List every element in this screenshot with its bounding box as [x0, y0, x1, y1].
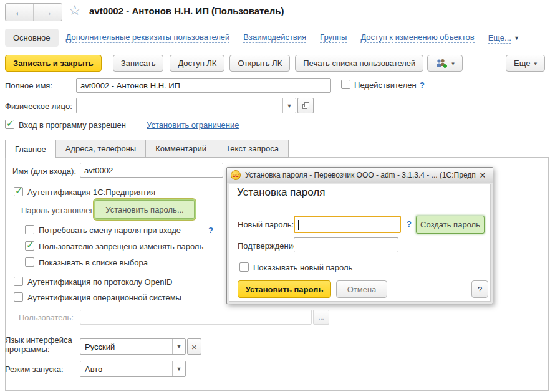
open-in-window-icon — [302, 102, 310, 110]
set-password-button[interactable]: Установить пароль... — [95, 200, 195, 219]
show-in-choice-list-label: Показывать в списке выбора — [39, 258, 148, 267]
dialog-help-button[interactable]: ? — [471, 280, 488, 298]
chevron-down-icon: ▼ — [514, 35, 519, 41]
nav-item-groups[interactable]: Группы — [320, 32, 347, 43]
more-label: Еще — [514, 59, 530, 68]
show-new-password-checkbox[interactable] — [239, 262, 249, 272]
openid-auth-label: Аутентификация по протоколу OpenID — [27, 277, 172, 287]
full-name-label: Полное имя: — [5, 81, 52, 90]
check-icon: ✓ — [15, 185, 23, 196]
dropdown-arrow-icon[interactable]: ▼ — [172, 361, 185, 376]
confirm-set-password-button[interactable]: Установить пароль — [238, 280, 331, 298]
person-label: Физическое лицо: — [5, 102, 72, 111]
language-combo[interactable]: Русский ▼ — [80, 338, 186, 355]
dialog-heading: Установка пароля — [237, 186, 325, 199]
toolbar: Записать и закрыть Записать Доступ ЛК От… — [5, 55, 545, 72]
open-person-button[interactable] — [297, 98, 314, 113]
dropdown-arrow-icon[interactable]: ▼ — [282, 98, 296, 113]
require-password-change-label: Потребовать смену пароля при входе — [39, 226, 181, 235]
os-auth-checkbox[interactable] — [14, 292, 23, 302]
print-user-list-button[interactable]: Печать списка пользователей — [295, 55, 423, 72]
new-password-help-icon[interactable]: ? — [407, 219, 412, 229]
tab-bar: Главное Адреса, телефоны Комментарий Тек… — [5, 140, 289, 158]
person-combo[interactable]: ▼ — [76, 98, 296, 113]
check-icon: ✓ — [6, 118, 14, 129]
run-mode-value: Авто — [80, 365, 172, 374]
cancel-button[interactable]: Отмена — [336, 280, 387, 298]
language-label-line2: программы: — [5, 345, 50, 354]
auth-1c-checkbox[interactable]: ✓ — [14, 187, 23, 196]
os-auth-label: Аутентификация операционной системы — [27, 293, 181, 302]
set-restriction-link[interactable]: Установить ограничение — [147, 120, 239, 130]
tab-addresses[interactable]: Адреса, телефоны — [56, 140, 147, 158]
require-password-change-checkbox[interactable] — [25, 225, 34, 234]
run-mode-combo[interactable]: Авто ▼ — [80, 361, 186, 377]
require-change-help-icon[interactable]: ? — [208, 226, 213, 235]
dialog-titlebar[interactable]: 1С Установка пароля - Перевозчик ООО - a… — [227, 168, 493, 183]
favorite-star-icon[interactable]: ☆ — [69, 2, 81, 19]
close-icon[interactable]: ✕ — [476, 169, 489, 181]
forbid-password-change-label: Пользователю запрещено изменять пароль — [39, 242, 203, 251]
invalid-label: Недействителен — [354, 80, 417, 90]
section-nav: Основное Дополнительные реквизиты пользо… — [5, 29, 519, 47]
chevron-down-icon: ▾ — [534, 60, 537, 67]
check-icon: ✓ — [26, 239, 34, 251]
show-new-password-label: Показывать новый пароль — [253, 263, 352, 272]
confirm-password-input[interactable] — [294, 237, 398, 252]
tab-request-text[interactable]: Текст запроса — [216, 140, 289, 158]
language-label-line1: Язык интерфейса — [5, 335, 72, 345]
open-lk-button[interactable]: Открыть ЛК — [229, 55, 290, 72]
generate-password-button[interactable]: Создать пароль — [416, 216, 485, 234]
tab-comment[interactable]: Комментарий — [146, 140, 216, 158]
history-nav-group: ← → — [5, 3, 62, 21]
set-password-dialog: 1С Установка пароля - Перевозчик ООО - a… — [226, 167, 493, 304]
login-allowed-checkbox[interactable]: ✓ — [5, 120, 14, 129]
chevron-down-icon: ▾ — [451, 60, 455, 67]
password-set-label: Пароль установлен — [21, 206, 95, 215]
add-users-menu-button[interactable]: ▾ — [427, 55, 463, 72]
dropdown-arrow-icon[interactable]: ▼ — [172, 339, 185, 354]
text-cursor — [298, 220, 299, 230]
forward-icon[interactable]: → — [34, 4, 62, 21]
invalid-checkbox[interactable] — [341, 80, 350, 89]
save-and-close-button[interactable]: Записать и закрыть — [5, 55, 102, 72]
new-password-label: Новый пароль: — [238, 220, 294, 229]
login-name-label: Имя (для входа): — [12, 166, 76, 176]
invalid-help-icon[interactable]: ? — [420, 80, 425, 90]
new-password-input[interactable] — [294, 216, 401, 233]
1c-logo-icon: 1С — [231, 170, 241, 180]
dialog-titlebar-text: Установка пароля - Перевозчик ООО - adm … — [245, 171, 476, 179]
os-user-select-button[interactable]: ... — [313, 310, 329, 325]
nav-item-object-access[interactable]: Доступ к изменению объектов — [360, 32, 474, 43]
openid-auth-checkbox[interactable] — [14, 277, 23, 286]
run-mode-label: Режим запуска: — [5, 365, 64, 374]
language-label: Язык интерфейсапрограммы: — [5, 335, 72, 354]
page-title: avt0002 - Антонов Н.Н. ИП (Пользователь) — [89, 6, 284, 16]
login-allowed-label: Вход в программу разрешен — [19, 120, 126, 130]
auth-1c-label: Аутентификация 1С:Предприятия — [27, 188, 155, 197]
back-icon[interactable]: ← — [6, 4, 34, 21]
forbid-password-change-checkbox[interactable]: ✓ — [25, 241, 34, 251]
show-in-choice-list-checkbox[interactable] — [25, 257, 34, 267]
save-button[interactable]: Записать — [113, 55, 164, 72]
os-user-input[interactable] — [80, 310, 312, 325]
nav-item-additional-attributes[interactable]: Дополнительные реквизиты пользователей — [66, 32, 230, 43]
nav-more-menu[interactable]: Еще...▼ — [488, 33, 519, 42]
nav-item-interactions[interactable]: Взаимодействия — [243, 32, 306, 43]
full-name-input[interactable] — [76, 78, 331, 93]
login-name-input[interactable] — [80, 163, 223, 178]
more-actions-button[interactable]: Еще▾ — [506, 55, 545, 72]
language-value: Русский — [80, 342, 172, 351]
nav-more-label: Еще... — [488, 33, 511, 44]
access-lk-button[interactable]: Доступ ЛК — [170, 55, 224, 72]
os-user-label: Пользователь: — [19, 313, 74, 322]
tab-main[interactable]: Главное — [5, 140, 56, 158]
nav-item-main[interactable]: Основное — [5, 29, 59, 47]
language-clear-button[interactable]: × — [187, 338, 201, 355]
user-card-window: ← → ☆ avt0002 - Антонов Н.Н. ИП (Пользов… — [0, 0, 550, 392]
users-add-icon — [435, 59, 448, 69]
confirm-password-label: Подтверждение: — [238, 241, 300, 251]
